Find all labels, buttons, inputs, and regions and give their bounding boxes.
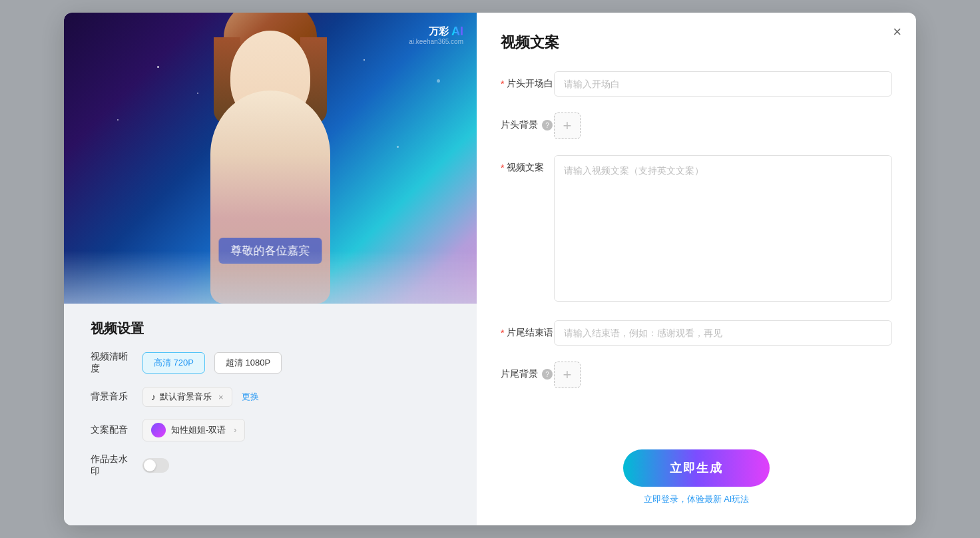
content-field	[554, 155, 892, 304]
quality-row: 视频清晰度 高清 720P 超清 1080P	[91, 351, 450, 375]
generate-section: 立即生成 立即登录，体验最新 AI玩法	[501, 436, 892, 505]
ending-field	[554, 320, 892, 346]
music-name: 默认背景音乐	[160, 391, 212, 403]
ending-bg-label-text: 片尾背景	[501, 368, 538, 380]
video-preview: 万彩 AI ai.keehan365.com 尊敬的各位嘉宾	[64, 13, 477, 304]
settings-title: 视频设置	[91, 320, 450, 338]
preview-bottom-gradient	[64, 250, 477, 304]
ending-bg-row: 片尾背景 ? +	[501, 362, 892, 388]
ending-bg-field: +	[554, 362, 892, 388]
quality-1080p-button[interactable]: 超清 1080P	[214, 352, 282, 374]
ending-row: * 片尾结束语	[501, 320, 892, 346]
watermark: 万彩 AI	[429, 25, 463, 39]
music-change-button[interactable]: 更换	[242, 391, 259, 403]
opening-row: * 片头开场白	[501, 71, 892, 97]
opening-label: * 片头开场白	[501, 71, 554, 90]
watermark-toggle[interactable]	[142, 458, 169, 473]
opening-input[interactable]	[554, 71, 892, 97]
opening-label-text: 片头开场白	[507, 78, 553, 90]
voice-avatar-icon	[151, 423, 166, 437]
voice-label: 文案配音	[91, 424, 133, 436]
watermark-text: 万彩	[429, 25, 449, 38]
ending-required: *	[501, 328, 504, 338]
opening-field	[554, 71, 892, 97]
video-background: 万彩 AI ai.keehan365.com 尊敬的各位嘉宾	[64, 13, 477, 304]
music-icon: ♪	[151, 392, 156, 402]
watermark-label: 作品去水印	[91, 453, 133, 477]
ending-bg-add-button[interactable]: +	[554, 362, 581, 388]
generate-hint-pre: 立即登录，体验最新	[644, 494, 722, 504]
content-label-text: 视频文案	[507, 162, 544, 174]
toggle-knob	[144, 459, 156, 471]
left-panel: 万彩 AI ai.keehan365.com 尊敬的各位嘉宾	[64, 13, 477, 525]
content-required: *	[501, 162, 504, 173]
watermark-row: 作品去水印	[91, 453, 450, 477]
voice-name: 知性姐姐-双语	[171, 424, 226, 436]
close-button[interactable]: ×	[893, 25, 901, 39]
generate-hint-link[interactable]: AI玩法	[724, 494, 749, 504]
content-textarea[interactable]	[554, 155, 892, 302]
ending-label-text: 片尾结束语	[507, 327, 553, 339]
panel-title: 视频文案	[501, 33, 892, 53]
generate-hint: 立即登录，体验最新 AI玩法	[644, 493, 750, 505]
content-row: * 视频文案	[501, 155, 892, 304]
watermark-ai: AI	[451, 25, 463, 39]
right-panel: 视频文案 * 片头开场白 片头背景 ? +	[477, 13, 916, 525]
modal: × 万彩 AI ai.keehan	[64, 13, 916, 525]
music-tag: ♪ 默认背景音乐 ×	[142, 387, 232, 407]
quality-label: 视频清晰度	[91, 351, 133, 375]
settings-section: 视频设置 视频清晰度 高清 720P 超清 1080P 背景音乐 ♪ 默认背景音…	[64, 304, 477, 505]
opening-bg-row: 片头背景 ? +	[501, 113, 892, 139]
music-row: 背景音乐 ♪ 默认背景音乐 × 更换	[91, 387, 450, 407]
music-close-button[interactable]: ×	[218, 392, 224, 402]
voice-tag[interactable]: 知性姐姐-双语 ›	[142, 419, 245, 441]
quality-720p-button[interactable]: 高清 720P	[142, 352, 205, 374]
voice-row: 文案配音 知性姐姐-双语 ›	[91, 419, 450, 441]
opening-bg-label-text: 片头背景	[501, 119, 538, 131]
voice-arrow-icon: ›	[234, 425, 236, 435]
opening-bg-add-button[interactable]: +	[554, 113, 581, 139]
generate-button[interactable]: 立即生成	[623, 449, 770, 487]
ending-input[interactable]	[554, 320, 892, 346]
opening-bg-label: 片头背景 ?	[501, 113, 554, 131]
content-label: * 视频文案	[501, 155, 554, 174]
opening-bg-help-icon[interactable]: ?	[542, 120, 553, 131]
watermark-sub: ai.keehan365.com	[409, 38, 463, 45]
ending-label: * 片尾结束语	[501, 320, 554, 339]
music-label: 背景音乐	[91, 391, 133, 403]
modal-overlay: × 万彩 AI ai.keehan	[0, 0, 980, 538]
ending-bg-label: 片尾背景 ?	[501, 362, 554, 380]
opening-bg-field: +	[554, 113, 892, 139]
opening-required: *	[501, 79, 504, 89]
ending-bg-help-icon[interactable]: ?	[542, 369, 553, 380]
